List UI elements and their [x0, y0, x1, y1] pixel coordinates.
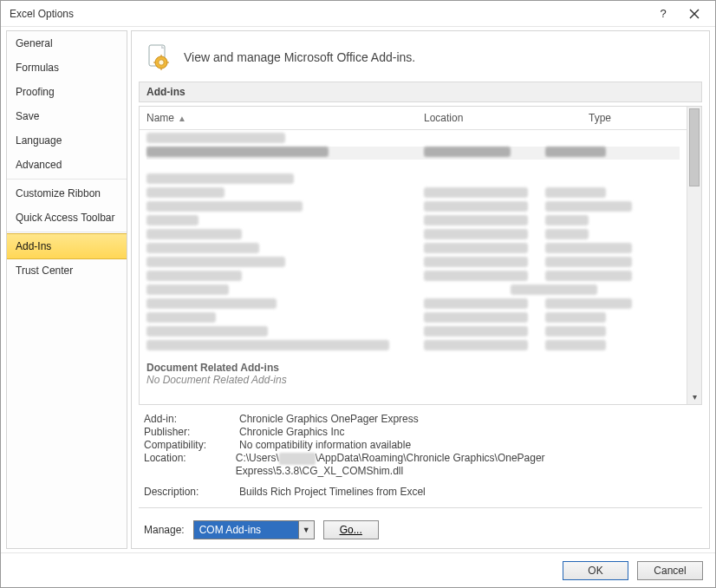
dialog-footer: OK Cancel — [1, 552, 715, 587]
sidebar-item-customize-ribbon[interactable]: Customize Ribbon — [7, 181, 127, 206]
sidebar-separator — [7, 232, 127, 232]
svg-point-4 — [159, 60, 164, 65]
doc-related-heading: Document Related Add-ins — [146, 362, 680, 374]
vertical-scrollbar[interactable]: ▴ ▾ — [687, 107, 701, 404]
list-item[interactable] — [146, 298, 680, 311]
sidebar-item-quick-access-toolbar[interactable]: Quick Access Toolbar — [7, 206, 127, 230]
grid-body[interactable]: Document Related Add-ins No Document Rel… — [140, 130, 687, 393]
addins-list: Name ▲ Location Type — [139, 106, 702, 405]
detail-value-addin: Chronicle Graphics OnePager Express — [239, 413, 419, 425]
list-item[interactable] — [146, 229, 680, 242]
main-panel: View and manage Microsoft Office Add-ins… — [131, 30, 710, 549]
addin-details: Add-in:Chronicle Graphics OnePager Expre… — [139, 405, 702, 502]
excel-options-dialog: Excel Options ? General Formulas Proofin… — [0, 0, 716, 588]
manage-combobox[interactable]: COM Add-ins ▼ — [193, 520, 315, 539]
cancel-button[interactable]: Cancel — [637, 561, 703, 580]
sidebar-item-trust-center[interactable]: Trust Center — [7, 258, 127, 283]
detail-label-addin: Add-in: — [144, 413, 239, 425]
sidebar-item-save[interactable]: Save — [7, 104, 127, 128]
scroll-thumb[interactable] — [689, 108, 700, 186]
sidebar-separator — [7, 179, 127, 180]
list-item[interactable] — [146, 173, 680, 186]
sidebar-item-advanced[interactable]: Advanced — [7, 153, 127, 177]
detail-value-compat: No compatibility information available — [239, 439, 411, 451]
list-item[interactable] — [146, 326, 680, 339]
list-item[interactable] — [146, 243, 680, 256]
sidebar-item-language[interactable]: Language — [7, 128, 127, 153]
grid-header: Name ▲ Location Type — [140, 107, 687, 130]
detail-label-description: Description: — [144, 486, 239, 498]
chevron-down-icon[interactable]: ▼ — [298, 521, 314, 539]
manage-selected-value: COM Add-ins — [194, 521, 298, 539]
detail-label-location: Location: — [144, 452, 236, 477]
divider — [139, 507, 702, 508]
list-item[interactable] — [146, 257, 680, 270]
manage-row: Manage: COM Add-ins ▼ Go... — [139, 513, 702, 541]
detail-label-compat: Compatibility: — [144, 439, 239, 451]
doc-related-empty: No Document Related Add-ins — [146, 374, 680, 386]
detail-value-publisher: Chronicle Graphics Inc — [239, 426, 344, 438]
go-button[interactable]: Go... — [323, 520, 379, 539]
list-item[interactable] — [146, 201, 680, 214]
list-item[interactable] — [146, 340, 680, 353]
list-item[interactable] — [146, 312, 680, 325]
sidebar-item-general[interactable]: General — [7, 31, 127, 56]
list-item[interactable] — [146, 215, 680, 228]
list-item[interactable] — [146, 271, 680, 284]
scroll-down-icon[interactable]: ▾ — [687, 389, 701, 404]
ok-button[interactable]: OK — [563, 561, 628, 580]
list-item[interactable] — [146, 133, 680, 146]
sort-asc-icon: ▲ — [178, 114, 186, 123]
column-header-type[interactable]: Type — [589, 112, 680, 124]
category-sidebar: General Formulas Proofing Save Language … — [6, 30, 127, 549]
redacted-username: xxxxxxx — [279, 453, 316, 465]
titlebar: Excel Options ? — [1, 1, 715, 27]
detail-value-location: C:\Users\xxxxxxx\AppData\Roaming\Chronic… — [236, 452, 697, 477]
close-icon — [689, 9, 700, 19]
list-item[interactable] — [146, 187, 680, 200]
sidebar-item-add-ins[interactable]: Add-Ins — [6, 233, 127, 259]
column-header-name[interactable]: Name ▲ — [146, 112, 424, 124]
sidebar-item-proofing[interactable]: Proofing — [7, 80, 127, 104]
header-text: View and manage Microsoft Office Add-ins… — [184, 50, 415, 64]
close-button[interactable] — [679, 2, 710, 26]
sidebar-item-formulas[interactable]: Formulas — [7, 56, 127, 80]
help-button[interactable]: ? — [648, 2, 679, 26]
detail-value-description: Builds Rich Project Timelines from Excel — [239, 486, 426, 498]
column-header-location[interactable]: Location — [424, 112, 589, 124]
section-heading-addins: Add-ins — [139, 82, 702, 102]
detail-label-publisher: Publisher: — [144, 426, 239, 438]
list-item[interactable] — [146, 147, 680, 160]
list-item[interactable] — [146, 284, 680, 297]
manage-label: Manage: — [144, 524, 185, 536]
window-title: Excel Options — [10, 8, 648, 20]
addins-header-icon — [144, 43, 172, 71]
